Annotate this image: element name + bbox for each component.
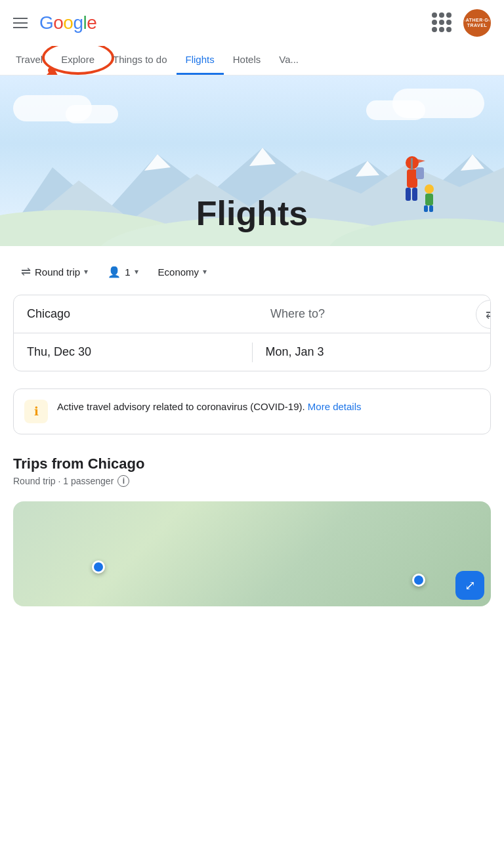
search-section: ⇌ Round trip ▾ 👤 1 ▾ Economy ▾ Chicago ⇄… <box>0 246 504 378</box>
tab-explore[interactable]: Explore <box>52 46 104 75</box>
nav-tabs: Travel Explore Things to do Flights Hote… <box>0 46 504 75</box>
apps-grid-icon[interactable] <box>432 12 453 33</box>
map-background <box>13 501 491 606</box>
header-left: Google <box>13 12 96 33</box>
round-trip-button[interactable]: ⇌ Round trip ▾ <box>13 259 96 284</box>
class-chevron: ▾ <box>203 267 207 276</box>
svg-rect-16 <box>411 158 413 170</box>
svg-marker-17 <box>413 158 425 165</box>
trips-section: Trips from Chicago Round trip · 1 passen… <box>0 445 504 493</box>
swap-icon: ⇄ <box>486 307 492 322</box>
map-dot-destination <box>412 574 425 587</box>
hero-figures <box>392 153 445 212</box>
depart-date-input[interactable]: Thu, Dec 30 <box>14 333 252 371</box>
avatar-text: GATHER·GOTRAVEL <box>463 18 491 28</box>
return-date-input[interactable]: Mon, Jan 3 <box>253 333 491 371</box>
passengers-button[interactable]: 👤 1 ▾ <box>100 261 146 283</box>
hamburger-menu[interactable] <box>13 18 28 28</box>
search-fields: Chicago ⇄ Where to? Thu, Dec 30 Mon, Jan… <box>13 295 491 371</box>
destination-input[interactable]: Where to? <box>247 295 490 333</box>
google-logo: Google <box>39 12 96 33</box>
advisory-more-details-link[interactable]: More details <box>308 401 362 412</box>
advisory-text: Active travel advisory related to corona… <box>57 400 362 415</box>
advisory-banner: ℹ Active travel advisory related to coro… <box>13 388 491 434</box>
svg-rect-20 <box>424 205 428 212</box>
map-dot-origin <box>92 560 105 574</box>
advisory-icon: ℹ <box>24 400 48 423</box>
tab-things-to-do[interactable]: Things to do <box>104 46 177 75</box>
date-row: Thu, Dec 30 Mon, Jan 3 <box>14 333 490 371</box>
origin-input[interactable]: Chicago <box>14 295 247 333</box>
map-section[interactable]: ⤢ <box>13 501 491 606</box>
tab-vacations[interactable]: Va... <box>270 46 308 75</box>
passengers-chevron: ▾ <box>135 267 138 276</box>
header: Google GATHER·GOTRAVEL <box>0 0 504 46</box>
tab-travel[interactable]: Travel <box>7 46 52 75</box>
class-button[interactable]: Economy ▾ <box>150 261 215 283</box>
svg-rect-21 <box>429 205 433 212</box>
expand-icon: ⤢ <box>465 577 476 593</box>
map-expand-button[interactable]: ⤢ <box>455 571 484 600</box>
trips-subtitle: Round trip · 1 passenger i <box>13 475 491 487</box>
svg-rect-13 <box>406 188 411 201</box>
person-icon: 👤 <box>108 266 121 278</box>
avatar[interactable]: GATHER·GOTRAVEL <box>463 9 491 37</box>
svg-rect-19 <box>425 194 433 205</box>
round-trip-chevron: ▾ <box>84 267 88 276</box>
tab-flights[interactable]: Flights <box>177 46 224 75</box>
trips-title: Trips from Chicago <box>13 455 491 472</box>
svg-rect-12 <box>407 169 417 188</box>
round-trip-icon: ⇌ <box>21 264 31 279</box>
header-right: GATHER·GOTRAVEL <box>432 9 491 37</box>
location-row: Chicago ⇄ Where to? <box>14 295 490 333</box>
svg-rect-15 <box>416 167 424 179</box>
info-icon[interactable]: i <box>117 475 129 487</box>
tab-hotels[interactable]: Hotels <box>224 46 270 75</box>
hero-section: Flights <box>0 75 504 246</box>
svg-point-18 <box>425 184 434 194</box>
trip-options: ⇌ Round trip ▾ 👤 1 ▾ Economy ▾ <box>13 259 491 284</box>
svg-rect-14 <box>412 188 417 201</box>
